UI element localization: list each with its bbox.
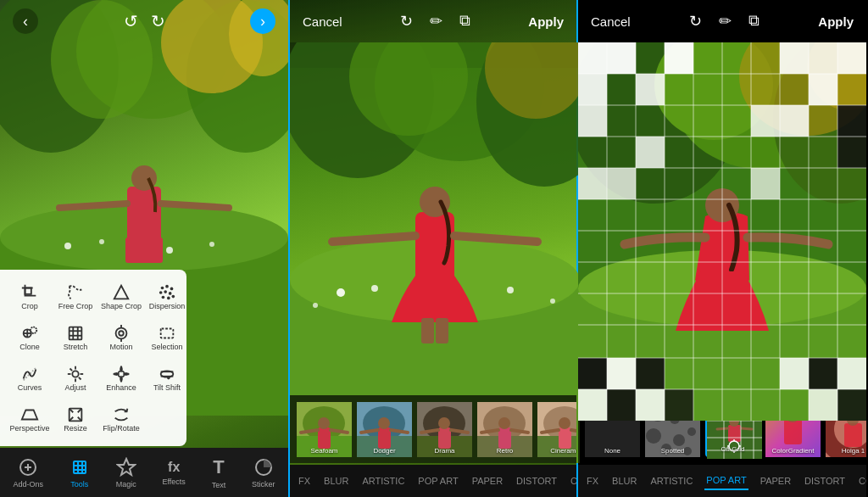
cat-blur-3[interactable]: BLUR (610, 472, 638, 489)
cancel-button-2[interactable]: Cancel (303, 14, 342, 29)
svg-point-23 (164, 290, 167, 293)
tab-tools[interactable]: Tools (70, 457, 90, 489)
clone-label: Clone (19, 343, 40, 351)
svg-point-78 (313, 303, 318, 308)
cat-co-3[interactable]: CO (857, 472, 866, 489)
svg-rect-159 (837, 358, 866, 389)
svg-rect-85 (436, 318, 448, 343)
add-ons-icon (18, 457, 38, 477)
tab-text[interactable]: T Text (212, 456, 226, 489)
refresh-icon-3[interactable]: ↻ (689, 12, 702, 31)
tab-add-ons[interactable]: Add-Ons (13, 457, 43, 489)
cat-pop-art-2[interactable]: POP ART (416, 472, 459, 489)
text-icon: T (213, 456, 224, 478)
tool-adjust[interactable]: Adjust (54, 360, 97, 397)
cat-fx-3[interactable]: FX (585, 472, 600, 489)
effects-icon: fx (168, 460, 180, 475)
cat-distort-2[interactable]: DISTORT (515, 472, 559, 489)
svg-rect-134 (665, 42, 693, 74)
brush-icon-2[interactable]: ✏ (430, 12, 442, 31)
undo-icon[interactable]: ↺ (124, 11, 138, 31)
perspective-icon (20, 405, 39, 424)
tab-effects[interactable]: fx Effects (163, 460, 186, 486)
motion-label: Motion (109, 343, 132, 351)
svg-point-26 (167, 297, 170, 300)
grid-svg (578, 42, 866, 421)
cat-co-2[interactable]: C (569, 472, 576, 489)
svg-rect-110 (498, 427, 511, 449)
bottom-toolbar: Add-Ons Tools Magic fx Effects T Text (0, 448, 288, 497)
resize-label: Resize (64, 424, 87, 433)
svg-line-82 (332, 236, 415, 242)
tool-tilt-shift[interactable]: Tilt Shift (146, 360, 188, 397)
copy-icon-2[interactable]: ⧉ (459, 12, 470, 31)
filter-seafoam[interactable]: Seafoam (297, 402, 352, 457)
shape-crop-label: Shape Crop (101, 302, 142, 310)
tool-motion[interactable]: Motion (100, 319, 142, 356)
mosaic-grid-overlay (578, 42, 866, 421)
tool-shape-crop[interactable]: Shape Crop (100, 278, 142, 316)
svg-rect-152 (636, 358, 665, 389)
svg-rect-149 (751, 168, 780, 199)
cat-artistic-3[interactable]: ARTISTIC (648, 472, 694, 489)
tool-curves[interactable]: Curves (8, 360, 51, 397)
svg-rect-209 (784, 419, 802, 444)
svg-rect-143 (780, 105, 809, 137)
tool-crop[interactable]: Crop (8, 278, 51, 316)
tool-perspective[interactable]: Perspective (8, 400, 51, 438)
filter-retro[interactable]: Retro (477, 402, 532, 457)
tool-clone[interactable]: Clone (8, 319, 51, 356)
perspective-label: Perspective (9, 424, 49, 433)
apply-button-2[interactable]: Apply (528, 14, 564, 29)
svg-point-111 (498, 417, 510, 429)
tool-enhance[interactable]: Enhance (100, 360, 142, 397)
cat-pop-art-3[interactable]: POP ART (704, 472, 748, 490)
cat-distort-3[interactable]: DISTORT (803, 472, 847, 489)
svg-rect-146 (636, 137, 665, 168)
svg-rect-154 (607, 389, 636, 421)
cat-fx-2[interactable]: FX (297, 472, 312, 489)
filter-drama[interactable]: Drama (417, 402, 472, 457)
cat-paper-3[interactable]: PAPER (759, 472, 793, 489)
tool-selection[interactable]: Selection (146, 319, 188, 356)
svg-point-43 (72, 371, 78, 377)
svg-rect-139 (636, 74, 665, 105)
forward-button[interactable]: › (250, 8, 275, 34)
dispersion-label: Dispersion (149, 302, 186, 310)
tool-flip-rotate[interactable]: Flip/Rotate (100, 400, 142, 438)
redo-icon[interactable]: ↻ (151, 11, 165, 31)
tool-free-crop[interactable]: Free Crop (54, 278, 97, 316)
cat-artistic-2[interactable]: ARTISTIC (360, 472, 406, 489)
holga-label: Holga 1 (826, 447, 866, 455)
svg-point-188 (673, 434, 685, 446)
tool-stretch[interactable]: Stretch (54, 319, 97, 356)
cat-blur-2[interactable]: BLUR (322, 472, 350, 489)
svg-rect-156 (665, 389, 693, 421)
tool-resize[interactable]: Resize (54, 400, 97, 438)
filter-cinerama[interactable]: Cinerama (537, 402, 576, 457)
svg-rect-148 (607, 168, 636, 199)
filter-dodger[interactable]: Dodger (357, 402, 412, 457)
effects-label: Effects (163, 477, 186, 486)
brush-icon-3[interactable]: ✏ (719, 12, 732, 31)
panel2-header-icons: ↻ ✏ ⧉ (400, 12, 470, 31)
apply-button-3[interactable]: Apply (818, 14, 854, 29)
adjust-icon (66, 365, 85, 383)
back-button[interactable]: ‹ (13, 8, 38, 34)
svg-point-118 (559, 417, 570, 429)
enhance-label: Enhance (106, 383, 136, 392)
tab-sticker[interactable]: Sticker (252, 457, 275, 489)
off-grid-label: Off Grid (707, 445, 759, 453)
tab-magic[interactable]: Magic (116, 457, 136, 489)
tool-dispersion[interactable]: Dispersion (146, 278, 188, 316)
cat-paper-2[interactable]: PAPER (470, 472, 504, 489)
svg-rect-16 (125, 237, 163, 263)
refresh-icon-2[interactable]: ↻ (400, 12, 413, 31)
panel2-header: Cancel ↻ ✏ ⧉ Apply (290, 0, 576, 42)
selection-icon (158, 324, 176, 343)
copy-icon-3[interactable]: ⧉ (748, 12, 760, 31)
svg-line-196 (741, 428, 752, 429)
svg-rect-157 (780, 358, 809, 389)
svg-point-20 (165, 285, 169, 288)
cancel-button-3[interactable]: Cancel (591, 14, 631, 29)
